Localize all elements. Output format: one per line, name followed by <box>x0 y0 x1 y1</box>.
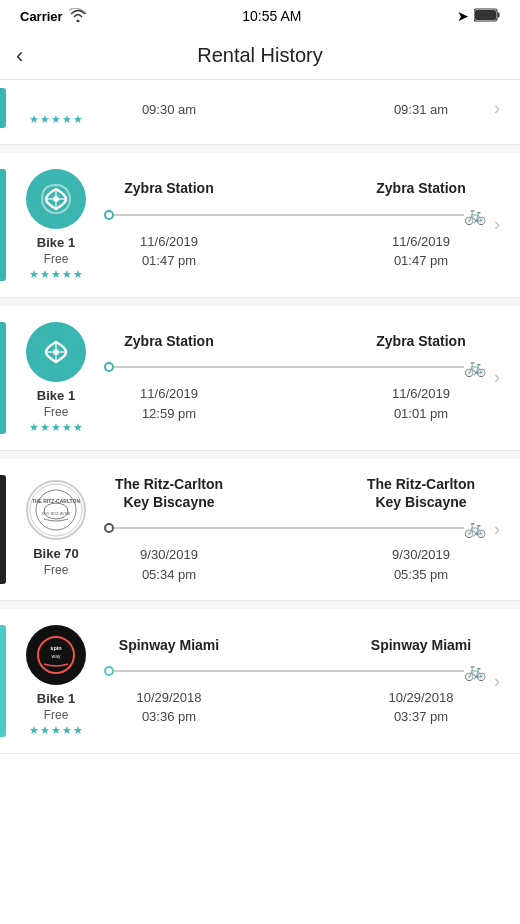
bike-info: Bike 1 Free ★★★★★ <box>16 169 96 281</box>
accent-bar <box>0 322 6 434</box>
date-block-to: 09:31 am <box>356 100 486 120</box>
bike-price: Free <box>44 708 69 722</box>
bike-label: Bike 1 <box>37 691 75 708</box>
partial-stars: ★★★★★ <box>29 113 84 126</box>
date-block-to: 9/30/2019 05:35 pm <box>356 545 486 584</box>
date-block-from: 09:30 am <box>104 100 234 120</box>
trip-start-dot <box>104 362 114 372</box>
station-to: Zybra Station <box>356 332 486 350</box>
back-button[interactable]: ‹ <box>16 45 23 67</box>
station-to: Spinway Miami <box>356 636 486 654</box>
svg-rect-1 <box>475 10 496 20</box>
trip-line <box>114 366 464 368</box>
date-from: 9/30/2019 <box>104 545 234 565</box>
date-from: 10/29/2018 <box>104 688 234 708</box>
date-from: 11/6/2019 <box>104 232 234 252</box>
stations-row: The Ritz-Carlton Key Biscayne The Ritz-C… <box>104 475 486 511</box>
date-block-to: 11/6/2019 01:01 pm <box>356 384 486 423</box>
time-to: 05:35 pm <box>356 565 486 585</box>
location-icon: ➤ <box>457 8 469 24</box>
trip-start-dot <box>104 210 114 220</box>
station-from: Zybra Station <box>104 179 234 197</box>
date-block-to: 10/29/2018 03:37 pm <box>356 688 486 727</box>
list-item[interactable]: Bike 1 Free ★★★★★ Zybra Station Zybra St… <box>0 153 520 298</box>
station-from: The Ritz-Carlton Key Biscayne <box>104 475 234 511</box>
stars: ★★★★★ <box>29 268 84 281</box>
bike-label: Bike 1 <box>37 235 75 252</box>
trip-details: Zybra Station Zybra Station 🚲 11/6/2019 … <box>96 332 494 423</box>
trip-line-row: 🚲 <box>104 517 486 539</box>
trip-details: The Ritz-Carlton Key Biscayne The Ritz-C… <box>96 475 494 584</box>
bike-trip-icon: 🚲 <box>464 660 486 682</box>
trip-details: Zybra Station Zybra Station 🚲 11/6/2019 … <box>96 179 494 270</box>
station-to: Zybra Station <box>356 179 486 197</box>
carrier-label: Carrier <box>20 8 87 25</box>
rental-list: ★★★★★ 09:30 am 09:31 am › <box>0 80 520 754</box>
date-to: 9/30/2019 <box>356 545 486 565</box>
trip-details: Spinway Miami Spinway Miami 🚲 10/29/2018… <box>96 636 494 727</box>
trip-line-row: 🚲 <box>104 356 486 378</box>
date-to: 11/6/2019 <box>356 384 486 404</box>
bike-logo <box>26 169 86 229</box>
list-item[interactable]: THE RITZ-CARLTON KEY BISCAYNE Bike 70 Fr… <box>0 459 520 601</box>
chevron-right-icon: › <box>494 98 508 119</box>
dates-row: 11/6/2019 01:47 pm 11/6/2019 01:47 pm <box>104 232 486 271</box>
bike-trip-icon: 🚲 <box>464 517 486 539</box>
station-to: The Ritz-Carlton Key Biscayne <box>356 475 486 511</box>
bike-label: Bike 1 <box>37 388 75 405</box>
chevron-right-icon: › <box>494 214 508 235</box>
stations-row: Spinway Miami Spinway Miami <box>104 636 486 654</box>
date-to: 11/6/2019 <box>356 232 486 252</box>
svg-rect-2 <box>497 12 499 17</box>
bike-info: THE RITZ-CARLTON KEY BISCAYNE Bike 70 Fr… <box>16 480 96 579</box>
accent-bar <box>0 625 6 737</box>
date-block-from: 11/6/2019 12:59 pm <box>104 384 234 423</box>
battery-icon <box>474 8 500 25</box>
stations-row: Zybra Station Zybra Station <box>104 179 486 197</box>
date-block-from: 9/30/2019 05:34 pm <box>104 545 234 584</box>
status-time: 10:55 AM <box>242 8 301 24</box>
date-block-from: 11/6/2019 01:47 pm <box>104 232 234 271</box>
svg-text:spin: spin <box>50 645 62 651</box>
trip-start-dot <box>104 523 114 533</box>
bike-trip-icon: 🚲 <box>464 356 486 378</box>
status-bar: Carrier 10:55 AM ➤ <box>0 0 520 32</box>
accent-bar <box>0 169 6 281</box>
time-from: 05:34 pm <box>104 565 234 585</box>
nav-bar: ‹ Rental History <box>0 32 520 80</box>
bike-logo <box>26 322 86 382</box>
bike-info: Bike 1 Free ★★★★★ <box>16 322 96 434</box>
bike-logo: spin way <box>26 625 86 685</box>
date-from: 11/6/2019 <box>104 384 234 404</box>
dates-row: 10/29/2018 03:36 pm 10/29/2018 03:37 pm <box>104 688 486 727</box>
rental-item-partial[interactable]: ★★★★★ 09:30 am 09:31 am › <box>0 80 520 145</box>
chevron-right-icon: › <box>494 519 508 540</box>
list-item[interactable]: Bike 1 Free ★★★★★ Zybra Station Zybra St… <box>0 306 520 451</box>
svg-point-4 <box>53 196 59 202</box>
bike-label: Bike 70 <box>33 546 79 563</box>
chevron-right-icon: › <box>494 671 508 692</box>
time-from: 12:59 pm <box>104 404 234 424</box>
trip-line <box>114 527 464 529</box>
date-block-to: 11/6/2019 01:47 pm <box>356 232 486 271</box>
svg-point-7 <box>30 484 82 536</box>
trip-line <box>114 670 464 672</box>
dates-row: 9/30/2019 05:34 pm 9/30/2019 05:35 pm <box>104 545 486 584</box>
date-block-from: 10/29/2018 03:36 pm <box>104 688 234 727</box>
bike-trip-icon: 🚲 <box>464 204 486 226</box>
partial-time-to: 09:31 am <box>356 100 486 120</box>
bike-info: spin way Bike 1 Free ★★★★★ <box>16 625 96 737</box>
page-title: Rental History <box>197 44 323 67</box>
accent-bar <box>0 88 6 128</box>
time-from: 01:47 pm <box>104 251 234 271</box>
trip-details: 09:30 am 09:31 am <box>96 96 494 120</box>
trip-line-row: 🚲 <box>104 204 486 226</box>
station-from: Spinway Miami <box>104 636 234 654</box>
wifi-icon <box>69 8 87 25</box>
list-item[interactable]: spin way Bike 1 Free ★★★★★ Spinway Miami… <box>0 609 520 754</box>
partial-time-from: 09:30 am <box>104 100 234 120</box>
date-to: 10/29/2018 <box>356 688 486 708</box>
bike-info: ★★★★★ <box>16 91 96 126</box>
carrier-text: Carrier <box>20 9 63 24</box>
trip-start-dot <box>104 666 114 676</box>
